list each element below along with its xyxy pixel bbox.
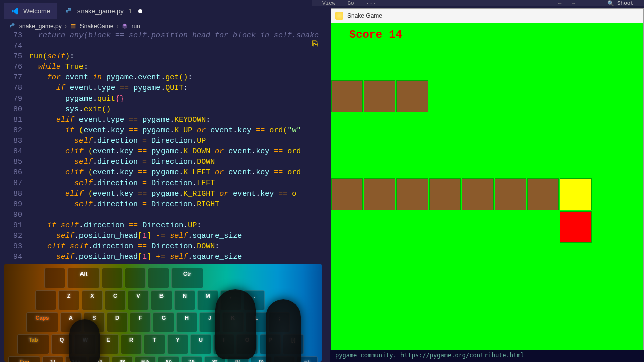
code-line[interactable]: 78 if event.type == pygame.QUIT: [0, 83, 322, 94]
tab-label: snake_game.py [77, 7, 124, 15]
keyboard-key [35, 290, 56, 310]
snake-segment [396, 178, 428, 210]
keyboard-key: R [121, 334, 142, 354]
breadcrumb-class[interactable]: SnakeGame [80, 23, 114, 30]
keyboard-key: D [107, 312, 128, 332]
code-line[interactable]: 86 elif (event.key == pygame.K_LEFT or e… [0, 167, 322, 178]
line-number: 75 [0, 51, 29, 62]
keyboard-key: 5% [135, 356, 156, 362]
snake-segment [396, 80, 428, 112]
keyboard-key: 4$ [112, 356, 133, 362]
line-number: 83 [0, 136, 29, 146]
code-line[interactable]: 76 while True: [0, 62, 322, 72]
hand-overlay [266, 299, 301, 362]
line-number: 89 [0, 199, 29, 210]
food-block [560, 211, 592, 243]
code-line[interactable]: 77 for event in pygame.event.get(): [0, 72, 322, 83]
code-line[interactable]: 92 self.position_head[1] -= self.sqaure_… [0, 231, 322, 241]
code-line[interactable]: 89 self.direction = Direction.RIGHT [0, 199, 322, 210]
code-line[interactable]: 90 [0, 210, 322, 220]
code-line[interactable]: 74 [0, 41, 322, 51]
keyboard-key: Tab [17, 334, 49, 354]
snake-segment [364, 80, 395, 112]
tab-welcome[interactable]: Welcome [4, 3, 57, 19]
python-icon [65, 7, 73, 15]
line-number: 78 [0, 83, 29, 94]
hand-overlay [215, 289, 256, 359]
menu-go[interactable]: Go [347, 0, 354, 6]
line-number: 81 [0, 115, 29, 125]
line-number: 74 [0, 41, 29, 51]
line-number: 85 [0, 157, 29, 167]
tab-label: Welcome [23, 7, 50, 15]
keyboard-key [148, 268, 169, 288]
code-line[interactable]: 85 self.direction = Direction.DOWN [0, 157, 322, 167]
code-line[interactable]: 83 self.direction = Direction.UP [0, 136, 322, 146]
pygame-window: Snake Game Score 14 [331, 8, 644, 351]
keyboard-key: Z [58, 290, 79, 310]
window-titlebar[interactable]: Snake Game [331, 9, 643, 23]
tab-snake-game[interactable]: snake_game.py 1 [58, 3, 149, 19]
chevron-right-icon: › [116, 23, 118, 30]
snake-segment [527, 178, 559, 210]
chevron-right-icon: › [65, 23, 67, 30]
code-line[interactable]: 93 elif self.direction == Direction.DOWN… [0, 241, 322, 252]
keyboard-key: Esc [8, 356, 40, 362]
shoot-action[interactable]: 🔍 Shoot [607, 0, 634, 7]
code-line[interactable]: 91 if self.direction == Direction.UP: [0, 220, 322, 231]
window-title: Snake Game [347, 12, 382, 19]
code-line[interactable]: 84 elif (event.key == pygame.K_DOWN or e… [0, 146, 322, 157]
nav-back-icon[interactable]: ← [558, 0, 562, 6]
keyboard-key: Ctr [171, 268, 203, 288]
code-line[interactable]: 73 return any(block == self.position_hea… [0, 30, 322, 41]
svg-point-0 [68, 8, 68, 9]
code-line[interactable]: 80 sys.exit() [0, 104, 322, 115]
keyboard-key: 7& [181, 356, 202, 362]
editor-tabs: Welcome snake_game.py 1 [4, 3, 149, 19]
line-number: 91 [0, 220, 29, 231]
menu-more[interactable]: ··· [366, 0, 376, 6]
keyboard-key: F [130, 312, 151, 332]
snake-segment [429, 178, 461, 210]
keyboard-key: U [190, 334, 211, 354]
line-number: 79 [0, 94, 29, 104]
snake-segment [331, 80, 363, 112]
snake-segment [462, 178, 494, 210]
line-number: 77 [0, 72, 29, 83]
keyboard-key [102, 268, 123, 288]
top-menu: View Go ··· ← → 🔍 Shoot [312, 0, 644, 6]
terminal-output: pygame community. https://pygame.org/con… [330, 350, 644, 362]
keyboard-key: T [144, 334, 165, 354]
keyboard-key: Caps [26, 312, 58, 332]
line-number: 87 [0, 178, 29, 189]
code-line[interactable]: 75run(self): [0, 51, 322, 62]
tab-number: 1 [129, 7, 132, 15]
keyboard-key [44, 268, 65, 288]
keyboard-key: C [105, 290, 126, 310]
nav-fwd-icon[interactable]: → [572, 0, 575, 6]
line-number: 82 [0, 125, 29, 136]
keyboard-key: B [151, 290, 172, 310]
code-line[interactable]: 82 if (event.key == pygame.K_UP or event… [0, 125, 322, 136]
snake-head [560, 178, 592, 210]
breadcrumb-method[interactable]: run [131, 23, 140, 30]
line-number: 88 [0, 189, 29, 199]
line-number: 73 [0, 30, 29, 41]
menu-view[interactable]: View [322, 0, 335, 6]
code-line[interactable]: 88 elif (event.key == pygame.K_RIGHT or … [0, 189, 322, 199]
snake-segment [364, 178, 395, 210]
code-line[interactable]: 87 self.direction = Direction.LEFT [0, 178, 322, 189]
breadcrumb-file[interactable]: snake_game.py [19, 23, 62, 30]
snake-segment [495, 178, 526, 210]
game-canvas[interactable]: Score 14 [331, 23, 643, 350]
line-number: 86 [0, 167, 29, 178]
score-text: Score 14 [349, 29, 403, 41]
search-icon: 🔍 [607, 0, 614, 7]
code-line[interactable]: 81 elif event.type == pygame.KEYDOWN: [0, 115, 322, 125]
line-number: 80 [0, 104, 29, 115]
code-line[interactable]: 94 self.position_head[1] += self.sqaure_… [0, 252, 322, 262]
keyboard-key: N [174, 290, 195, 310]
line-number: 92 [0, 231, 29, 241]
code-line[interactable]: 79 pygame.quit{} [0, 94, 322, 104]
sticky-scroll-icon[interactable]: ⎘ [312, 39, 318, 49]
